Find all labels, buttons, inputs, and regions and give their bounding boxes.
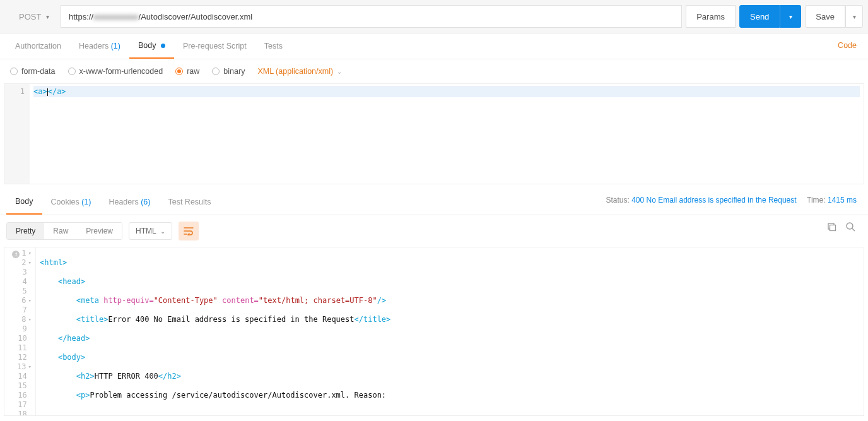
status-bar: Status: 400 No Email address is specifie… [606, 196, 857, 205]
save-dropdown[interactable]: ▾ [845, 5, 863, 28]
view-mode-segment: Pretty Raw Preview [6, 222, 122, 240]
response-tools [826, 222, 855, 234]
code-token: <title> [76, 315, 108, 324]
code-token: <body> [58, 353, 85, 362]
fold-icon[interactable]: ▾ [28, 249, 32, 258]
code-token: </head> [58, 334, 90, 343]
tab-tests[interactable]: Tests [255, 34, 291, 58]
radio-icon [175, 68, 183, 75]
send-button[interactable]: Send [739, 5, 780, 28]
radio-formdata-label: form-data [21, 67, 56, 76]
code-link[interactable]: Code [838, 41, 857, 50]
resp-tab-cookies-label: Cookies [51, 198, 79, 206]
code-token: "text/html; charset=UTF-8" [259, 296, 377, 305]
http-method-select[interactable]: POST ▾ [13, 8, 57, 25]
url-input[interactable]: https://xxxxxxxxxxx/Autodiscover/Autodis… [61, 5, 682, 28]
radio-xwww-label: x-www-form-urlencoded [79, 67, 163, 76]
code-token: <head> [58, 277, 85, 286]
editor-gutter: 1 [4, 84, 30, 184]
send-dropdown[interactable]: ▾ [780, 5, 801, 28]
tab-headers[interactable]: Headers (1) [70, 34, 129, 58]
tab-body[interactable]: Body [129, 33, 174, 59]
code-token: /> [377, 296, 386, 305]
info-icon: i [12, 251, 20, 258]
code-token: <meta [76, 296, 103, 305]
view-preview[interactable]: Preview [77, 223, 122, 239]
params-button[interactable]: Params [686, 5, 736, 28]
code-pad [40, 391, 76, 400]
radio-xwww[interactable]: x-www-form-urlencoded [68, 67, 163, 76]
resp-tab-headers-count: (6) [141, 198, 150, 206]
time-label: Time: [807, 196, 826, 205]
save-button[interactable]: Save [805, 5, 845, 28]
code-pad [40, 296, 76, 305]
save-group: Save ▾ [805, 5, 863, 28]
request-bar: POST ▾ https://xxxxxxxxxxx/Autodiscover/… [0, 0, 868, 33]
response-body-editor[interactable]: i 1▾ 2▾ 3 4 5 6▾ 7 8▾ 9 10 11 12 13▾ 14 … [4, 247, 864, 416]
send-group: Send ▾ [739, 5, 801, 28]
resp-tab-headers[interactable]: Headers (6) [100, 190, 159, 214]
request-body-editor[interactable]: 1 <a></a> [4, 83, 864, 184]
code-token: http-equiv= [103, 296, 153, 305]
language-select[interactable]: HTML ⌄ [129, 222, 172, 240]
http-method-label: POST [19, 12, 41, 21]
radio-raw-label: raw [187, 67, 199, 76]
tab-authorization[interactable]: Authorization [6, 34, 70, 58]
chevron-down-icon: ▾ [789, 13, 792, 20]
code-token: <p> [76, 391, 90, 400]
fold-icon[interactable]: ▾ [28, 362, 32, 372]
radio-formdata[interactable]: form-data [10, 67, 56, 76]
radio-binary[interactable]: binary [212, 67, 245, 76]
svg-line-3 [852, 228, 855, 231]
wrap-icon [184, 227, 194, 235]
code-token: <a> [33, 87, 47, 96]
tab-headers-label: Headers [79, 42, 108, 50]
view-raw[interactable]: Raw [44, 223, 77, 239]
url-host-masked: xxxxxxxxxxx [93, 12, 139, 21]
code-pad [40, 315, 76, 324]
chevron-down-icon: ⌄ [337, 68, 342, 75]
svg-rect-1 [830, 225, 836, 231]
body-type-row: form-data x-www-form-urlencoded raw bina… [0, 59, 868, 83]
unsaved-dot-icon [161, 44, 165, 48]
language-label: HTML [136, 227, 156, 235]
code-pad [40, 353, 58, 362]
code-token: Problem accessing /service/autodiscover/… [90, 391, 386, 400]
view-pretty[interactable]: Pretty [7, 223, 44, 239]
code-token: </a> [48, 87, 66, 96]
search-icon[interactable] [845, 222, 855, 234]
code-token: <h2> [76, 372, 95, 381]
code-pad [218, 296, 222, 305]
radio-icon [10, 68, 18, 75]
content-type-select[interactable]: XML (application/xml) ⌄ [257, 67, 342, 76]
response-code[interactable]: <html> <head> <meta http-equiv="Content-… [36, 247, 864, 415]
resp-tab-testresults[interactable]: Test Results [159, 190, 220, 214]
resp-tab-body[interactable]: Body [6, 189, 42, 215]
fold-icon[interactable]: ▾ [28, 315, 32, 324]
code-pad [40, 372, 76, 381]
url-scheme: https:// [69, 12, 93, 21]
fold-icon[interactable]: ▾ [28, 296, 32, 305]
code-token: <html> [40, 258, 67, 267]
request-tabs: Authorization Headers (1) Body Pre-reque… [0, 33, 868, 59]
code-token: HTTP ERROR 400 [95, 372, 158, 381]
copy-icon[interactable] [826, 222, 836, 234]
time-value: 1415 ms [828, 196, 857, 205]
resp-tab-cookies[interactable]: Cookies (1) [42, 190, 100, 214]
content-type-label: XML (application/xml) [257, 67, 333, 76]
editor-code[interactable]: <a></a> [30, 84, 864, 184]
code-pad [40, 334, 58, 343]
svg-point-2 [847, 223, 853, 229]
radio-icon [68, 68, 76, 75]
chevron-down-icon: ▾ [853, 13, 856, 20]
radio-binary-label: binary [223, 67, 245, 76]
chevron-down-icon: ▾ [46, 13, 49, 20]
radio-raw[interactable]: raw [175, 67, 199, 76]
wrap-lines-button[interactable] [179, 222, 199, 240]
fold-icon[interactable]: ▾ [28, 258, 32, 268]
response-gutter: i 1▾ 2▾ 3 4 5 6▾ 7 8▾ 9 10 11 12 13▾ 14 … [4, 247, 36, 415]
code-token: Error 400 No Email address is specified … [108, 315, 354, 324]
tab-prerequest[interactable]: Pre-request Script [174, 34, 255, 58]
url-path: /Autodiscover/Autodiscover.xml [139, 12, 253, 21]
code-token: content= [222, 296, 259, 305]
